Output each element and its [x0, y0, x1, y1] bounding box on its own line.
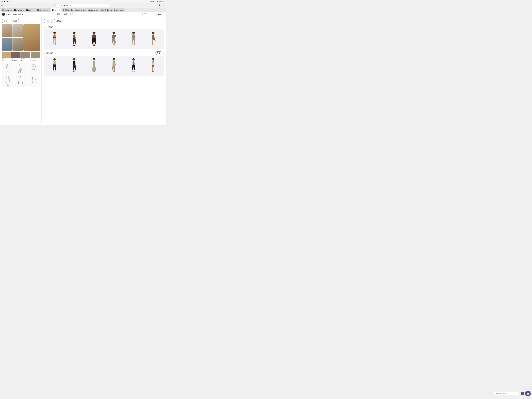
reload-button[interactable]: ↺ [156, 4, 158, 7]
nav-favorites[interactable]: 收藏 [63, 13, 67, 16]
inspiration-image-5[interactable] [13, 38, 23, 51]
swatch-name-winter-twig: Winter Twig [31, 59, 40, 61]
tab-close-laborator[interactable]: ✕ [49, 9, 50, 11]
figure-4-svg [109, 32, 119, 47]
sketch-pants[interactable] [14, 63, 27, 74]
tab-icon-aida2 [52, 9, 53, 11]
export-button[interactable]: 导出 [155, 52, 162, 55]
swatch-color-plum-truffle [11, 52, 20, 58]
start-button[interactable]: 开始 [1, 19, 10, 23]
svg-point-79 [132, 72, 133, 72]
liked-figure-5[interactable] [124, 57, 143, 74]
svg-point-24 [94, 45, 95, 46]
liked-figure-5-svg [129, 58, 139, 74]
sketch-bodysuit[interactable] [1, 75, 14, 87]
liked-figure-6[interactable] [144, 57, 163, 74]
sketch-skirt[interactable] [1, 63, 14, 74]
sketch-wrap[interactable] [14, 75, 27, 87]
sketch-pants-svg [17, 63, 24, 74]
svg-rect-28 [114, 43, 115, 45]
share-button[interactable]: ⬆ [158, 4, 160, 7]
generated-header: ✦ 生成的设计 [44, 26, 164, 28]
vpn-badge: VPN [152, 1, 156, 2]
tab-cristina[interactable]: CRISTINA -... [13, 8, 25, 12]
url-bar[interactable]: 大小 🔒 aida.com.hk [56, 4, 110, 7]
nav-history[interactable]: 历史 [70, 13, 73, 16]
generated-designs [44, 29, 164, 49]
swatch-name-sirocco: Sirocco [1, 59, 11, 61]
tabs-button[interactable]: ⧉ [164, 4, 165, 7]
forward-button[interactable]: › [7, 4, 10, 7]
inspiration-image-4[interactable] [1, 38, 12, 51]
design-figure-2[interactable] [65, 31, 84, 48]
liked-title: 喜欢的设计 [46, 52, 55, 54]
tab-aida2[interactable]: AiDA ✕ [51, 8, 61, 12]
design-button[interactable]: 设计 [44, 19, 52, 23]
svg-point-74 [114, 72, 115, 72]
tab-referral1[interactable]: Referral - Co... [74, 8, 87, 12]
generated-icon: ✦ [44, 26, 45, 28]
user-menu[interactable]: 你好@viola ▾ [7, 13, 17, 16]
swatch-sirocco: 15-1317 Sirocco [1, 52, 11, 61]
tab-close-aida2[interactable]: ✕ [59, 9, 60, 11]
liked-figure-2[interactable] [65, 57, 84, 74]
inspiration-image-3[interactable] [23, 24, 40, 51]
workspace-button[interactable]: 工作空间 ▾ [153, 13, 164, 16]
svg-rect-40 [152, 39, 153, 45]
tab-about[interactable]: 关于我们 - C... [62, 8, 74, 12]
svg-point-29 [113, 45, 114, 45]
liked-figure-4-svg [109, 58, 119, 74]
sketch-extra[interactable] [28, 75, 40, 87]
tab-codecreate[interactable]: Code-Create [113, 8, 125, 12]
svg-rect-52 [73, 64, 76, 65]
design-figure-1[interactable] [45, 31, 64, 48]
svg-point-30 [114, 45, 115, 45]
swatch-color-sirocco [1, 52, 11, 58]
tab-label-referral2: Referral - Co... [90, 9, 99, 11]
figure-3-svg [89, 32, 99, 47]
tab-icon-laborator [37, 9, 38, 11]
liked-figure-1[interactable] [45, 57, 64, 74]
svg-point-10 [53, 45, 54, 45]
tab-referral2[interactable]: Referral - Co... [87, 8, 100, 12]
svg-point-66 [114, 63, 114, 63]
design-figure-3[interactable] [85, 31, 103, 48]
expand-button[interactable]: ▾ [163, 52, 164, 54]
design-figure-6[interactable] [144, 31, 163, 48]
tab-runway[interactable]: Runway - T... [1, 8, 13, 12]
svg-rect-84 [154, 67, 154, 72]
redesign-button[interactable]: 重新设计 [54, 19, 66, 23]
svg-point-59 [93, 71, 95, 72]
svg-rect-7 [53, 37, 56, 38]
battery-label: 100% [159, 1, 162, 2]
lang-selector[interactable]: 中文 ▾ [18, 13, 23, 16]
tab-label-runway: Runway - T... [4, 9, 12, 11]
person-icon: 👤 [156, 1, 158, 2]
liked-figure-4[interactable] [104, 57, 123, 74]
edit-button[interactable]: 编辑 [11, 19, 19, 23]
sketch-corset[interactable] [28, 63, 40, 74]
tab-homepage[interactable]: 首页 - Code-... [100, 8, 113, 12]
tab-aida1[interactable]: AiDA [25, 8, 36, 12]
site-nav-right: AiDLab 工作空间 ▾ [142, 13, 164, 16]
liked-design-grid [45, 57, 163, 74]
nav-home[interactable]: 首页 [57, 13, 61, 16]
new-tab-button[interactable]: + [161, 4, 163, 7]
status-time: 10:10 [1, 1, 5, 2]
inspiration-image-2[interactable] [13, 24, 23, 37]
back-button[interactable]: ‹ [4, 4, 6, 7]
sidebar-toggle-button[interactable]: ⊞ [1, 4, 3, 7]
battery-icon: 🔋 [163, 1, 165, 2]
tab-label-codecreate: Code-Create [116, 9, 124, 11]
svg-point-17 [73, 45, 74, 46]
design-figure-4[interactable] [104, 31, 123, 48]
svg-rect-41 [154, 39, 154, 45]
inspiration-image-1[interactable] [1, 24, 12, 37]
swatch-winter-twig: 17-1108 Winter Twig [31, 52, 40, 61]
tab-icon-about [63, 9, 64, 11]
svg-point-11 [55, 45, 56, 45]
liked-figure-3[interactable] [85, 57, 103, 74]
svg-point-55 [73, 72, 74, 72]
tab-laborator[interactable]: LABORATOR... ✕ [36, 8, 51, 12]
design-figure-5[interactable] [124, 31, 143, 48]
